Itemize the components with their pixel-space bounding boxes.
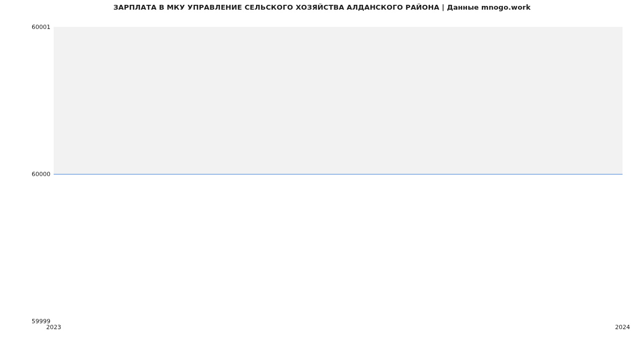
chart-title: ЗАРПЛАТА В МКУ УПРАВЛЕНИЕ СЕЛЬСКОГО ХОЗЯ… [0, 3, 644, 11]
y-tick-label: 60001 [32, 24, 50, 31]
salary-line-chart: ЗАРПЛАТА В МКУ УПРАВЛЕНИЕ СЕЛЬСКОГО ХОЗЯ… [0, 0, 644, 349]
x-tick-label: 2024 [615, 324, 630, 331]
y-tick-label: 60000 [32, 171, 50, 178]
plot-area [54, 27, 623, 321]
series-line [54, 174, 623, 174]
x-tick-label: 2023 [46, 324, 61, 331]
alt-band [54, 27, 623, 174]
